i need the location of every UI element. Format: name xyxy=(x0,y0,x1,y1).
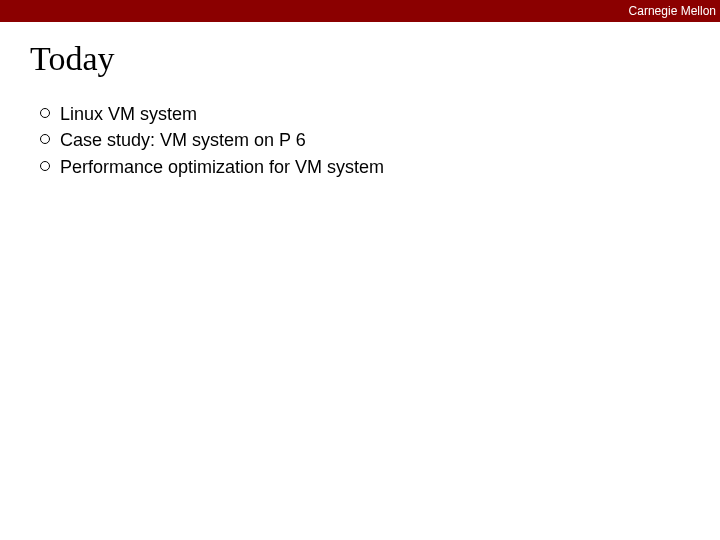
slide-content: Today Linux VM system Case study: VM sys… xyxy=(0,22,720,199)
bullet-text: Performance optimization for VM system xyxy=(60,155,384,179)
slide-title: Today xyxy=(30,40,690,78)
organization-label: Carnegie Mellon xyxy=(629,4,716,18)
bullet-text: Case study: VM system on P 6 xyxy=(60,128,306,152)
header-bar: Carnegie Mellon xyxy=(0,0,720,22)
bullet-list: Linux VM system Case study: VM system on… xyxy=(30,102,690,179)
bullet-text: Linux VM system xyxy=(60,102,197,126)
list-item: Case study: VM system on P 6 xyxy=(40,128,690,152)
bullet-icon xyxy=(40,161,50,171)
list-item: Performance optimization for VM system xyxy=(40,155,690,179)
list-item: Linux VM system xyxy=(40,102,690,126)
bullet-icon xyxy=(40,134,50,144)
bullet-icon xyxy=(40,108,50,118)
